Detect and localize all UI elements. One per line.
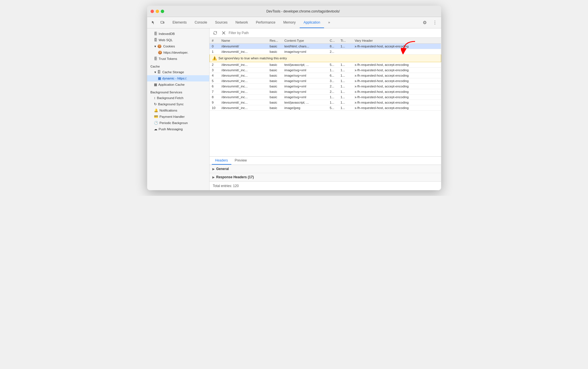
expand-triangle-icon: ▼	[154, 45, 157, 48]
sidebar-item-label: Cache Storage	[162, 70, 184, 74]
table-row[interactable]: 2/devsummit/_inc...basictext/javascript;…	[210, 62, 441, 68]
total-entries: Total entries: 120	[210, 181, 441, 190]
sidebar-item-cache-storage[interactable]: ▼ 🗄 Cache Storage	[147, 69, 209, 75]
tab-memory[interactable]: Memory	[279, 17, 299, 28]
tooltip-content: ⚠️Set ignoreVary to true when matching t…	[210, 54, 441, 62]
traffic-lights	[151, 10, 164, 13]
toolbar-left-icons	[149, 17, 166, 28]
sidebar-item-label: Trust Tokens	[159, 57, 177, 60]
sidebar-item-push-messaging[interactable]: ☁ Push Messaging	[147, 126, 209, 132]
websql-icon: 🗄	[154, 38, 157, 42]
cache-entry-icon: ▦	[158, 76, 161, 80]
tab-elements[interactable]: Elements	[169, 17, 191, 28]
tab-more[interactable]: »	[324, 17, 334, 28]
response-headers-label: Response Headers (17)	[216, 175, 254, 179]
inspect-icon[interactable]	[149, 19, 157, 27]
table-row[interactable]: 0/devsummit/basictext/html; chars...8...…	[210, 44, 441, 49]
table-row[interactable]: 6/devsummit/_inc...basicimage/svg+xml2..…	[210, 84, 441, 89]
table-row[interactable]: 1/devsummit/_inc...basicimage/svg+xml2..…	[210, 49, 441, 54]
sidebar-item-cookies[interactable]: ▼ 🍪 Cookies	[147, 43, 209, 49]
sidebar: 🗄 IndexedDB 🗄 Web SQL ▼ 🍪 Cookies 🍪 http…	[147, 28, 210, 190]
tab-headers[interactable]: Headers	[212, 157, 231, 165]
refresh-button[interactable]	[212, 30, 219, 36]
table-row[interactable]: 3/devsummit/_inc...basicimage/svg+xml1..…	[210, 68, 441, 73]
sidebar-item-trust-tokens[interactable]: 🗄 Trust Tokens	[147, 56, 209, 62]
col-header-ti[interactable]: Ti...	[338, 38, 352, 44]
col-header-vary[interactable]: Vary Header	[352, 38, 441, 44]
table-header-row: # Name Res... Content-Type C... Ti... Va…	[210, 38, 441, 44]
cache-table-container: # Name Res... Content-Type C... Ti... Va…	[210, 38, 441, 156]
clear-button[interactable]	[220, 30, 227, 36]
minimize-button[interactable]	[156, 10, 159, 13]
cookies-icon: 🍪	[157, 44, 162, 48]
sidebar-item-bg-fetch[interactable]: ↕ Background Fetch	[147, 95, 209, 101]
tab-performance[interactable]: Performance	[252, 17, 280, 28]
notifications-icon: 🔔	[154, 108, 158, 112]
sidebar-item-label: Application Cache	[158, 83, 185, 86]
table-row[interactable]: 7/devsummit/_inc...basicimage/svg+xml2..…	[210, 89, 441, 95]
expand-cache-triangle-icon: ▼	[154, 71, 157, 74]
device-icon[interactable]	[158, 19, 166, 27]
tab-preview[interactable]: Preview	[231, 157, 250, 165]
tooltip-message: Set ignoreVary to true when matching thi…	[219, 56, 287, 60]
cache-table: # Name Res... Content-Type C... Ti... Va…	[210, 38, 441, 111]
filter-bar	[210, 28, 441, 38]
sidebar-item-label: Background Sync	[158, 102, 184, 106]
col-header-res[interactable]: Res...	[267, 38, 282, 44]
sidebar-item-label: IndexedDB	[159, 32, 175, 35]
col-header-name[interactable]: Name	[219, 38, 267, 44]
bg-services-section-label: Background Services	[147, 88, 209, 95]
sidebar-item-label: Push Messaging	[159, 127, 183, 131]
sidebar-item-label: https://developer.	[164, 51, 189, 54]
bottom-panel: Headers Preview ▶ General ▶ Response Hea…	[210, 156, 441, 190]
tab-console[interactable]: Console	[191, 17, 211, 28]
sidebar-item-notifications[interactable]: 🔔 Notifications	[147, 107, 209, 114]
tab-network[interactable]: Network	[232, 17, 252, 28]
col-header-ct[interactable]: Content-Type	[282, 38, 327, 44]
app-cache-icon: ▦	[154, 83, 157, 87]
toolbar-tabs: Elements Console Sources Network Perform…	[169, 17, 418, 28]
sidebar-item-label: dynamic - https:/.	[162, 77, 187, 80]
table-row[interactable]: 5/devsummit/_inc...basicimage/svg+xml3..…	[210, 78, 441, 84]
cache-section-label: Cache	[147, 62, 209, 69]
bottom-panel-tabs: Headers Preview	[210, 157, 441, 165]
filter-input[interactable]	[229, 31, 439, 35]
sidebar-item-periodic-bg[interactable]: 🕐 Periodic Backgroun	[147, 120, 209, 126]
svg-rect-0	[161, 21, 163, 23]
table-row[interactable]: 10/devsummit/_inc...basicimage/jpeg5...1…	[210, 105, 441, 111]
tooltip-row: ⚠️Set ignoreVary to true when matching t…	[210, 54, 441, 62]
bottom-panel-content: ▶ General ▶ Response Headers (17)	[210, 165, 441, 181]
menu-icon[interactable]: ⋮	[431, 19, 439, 27]
sidebar-item-indexeddb[interactable]: 🗄 IndexedDB	[147, 31, 209, 37]
section-general[interactable]: ▶ General	[210, 165, 441, 173]
settings-icon[interactable]: ⚙	[421, 19, 429, 27]
table-row[interactable]: 8/devsummit/_inc...basicimage/svg+xml1..…	[210, 95, 441, 100]
window-title: DevTools - developer.chrome.com/tags/dev…	[169, 9, 438, 13]
maximize-button[interactable]	[161, 10, 164, 13]
close-button[interactable]	[151, 10, 154, 13]
sidebar-item-bg-sync[interactable]: ↻ Background Sync	[147, 101, 209, 107]
sidebar-item-websql[interactable]: 🗄 Web SQL	[147, 37, 209, 43]
sidebar-item-cookies-developer[interactable]: 🍪 https://developer.	[147, 49, 209, 56]
response-headers-toggle-icon: ▶	[212, 176, 215, 179]
col-header-c[interactable]: C...	[327, 38, 338, 44]
tab-application[interactable]: Application	[300, 17, 324, 28]
table-row[interactable]: 9/devsummit/_inc...basictext/javascript;…	[210, 100, 441, 105]
sidebar-item-application-cache[interactable]: ▦ Application Cache	[147, 81, 209, 88]
bg-fetch-icon: ↕	[154, 96, 156, 100]
sidebar-item-label: Cookies	[163, 45, 175, 48]
right-panel: # Name Res... Content-Type C... Ti... Va…	[210, 28, 441, 190]
tab-sources[interactable]: Sources	[211, 17, 232, 28]
cache-storage-icon: 🗄	[157, 70, 161, 74]
sidebar-item-label: Web SQL	[159, 38, 173, 42]
cookie-item-icon: 🍪	[158, 51, 162, 54]
sidebar-item-label: Periodic Backgroun	[160, 121, 188, 125]
section-response-headers[interactable]: ▶ Response Headers (17)	[210, 173, 441, 181]
sidebar-item-payment-handler[interactable]: 💳 Payment Handler	[147, 114, 209, 120]
toolbar: Elements Console Sources Network Perform…	[147, 17, 441, 28]
sidebar-item-label: Payment Handler	[160, 115, 185, 118]
toolbar-right: ⚙ ⋮	[421, 17, 439, 28]
table-row[interactable]: 4/devsummit/_inc...basicimage/svg+xml6..…	[210, 73, 441, 78]
sidebar-item-dynamic-cache[interactable]: ▦ dynamic - https:/.	[147, 75, 209, 81]
col-header-num[interactable]: #	[210, 38, 219, 44]
